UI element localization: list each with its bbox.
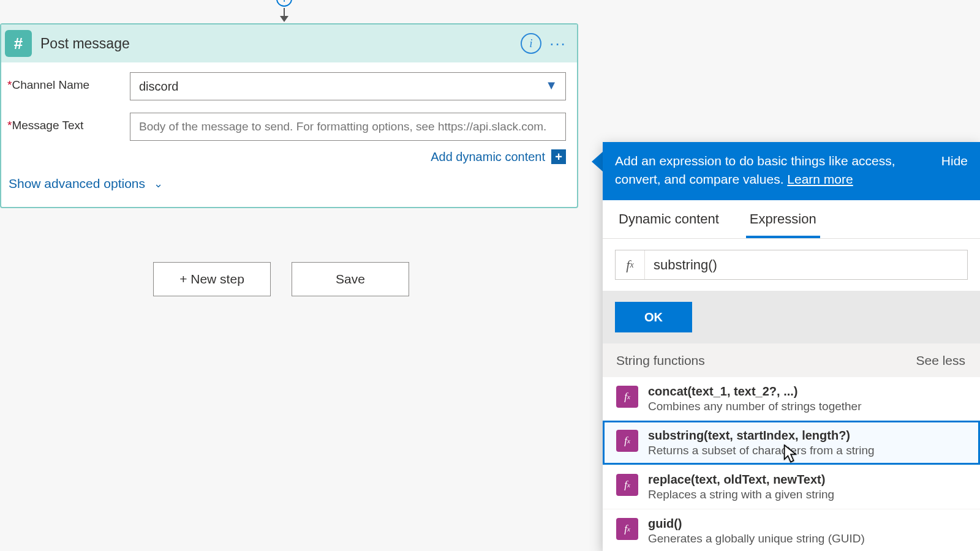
function-description: Returns a subset of characters from a st…: [648, 444, 875, 457]
expression-input[interactable]: [645, 257, 967, 273]
action-card-header[interactable]: # Post message i ···: [1, 24, 577, 62]
function-item[interactable]: fxsubstring(text, startIndex, length?)Re…: [603, 421, 980, 465]
designer-footer-buttons: + New step Save: [153, 262, 409, 296]
flyout-pointer: [592, 152, 603, 171]
new-step-button[interactable]: + New step: [153, 262, 271, 296]
info-icon[interactable]: i: [521, 33, 541, 54]
function-group-header[interactable]: String functions See less: [603, 343, 980, 377]
function-signature: concat(text_1, text_2?, ...): [648, 384, 862, 399]
slack-icon: #: [5, 30, 32, 57]
tab-dynamic-content[interactable]: Dynamic content: [615, 200, 723, 238]
function-item[interactable]: fxreplace(text, oldText, newText)Replace…: [603, 465, 980, 509]
learn-more-link[interactable]: Learn more: [787, 172, 853, 186]
more-icon[interactable]: ···: [548, 33, 568, 54]
fx-icon: fx: [616, 474, 638, 496]
show-advanced-options-label: Show advanced options: [9, 176, 145, 191]
fx-icon: fx: [616, 250, 645, 279]
show-advanced-options-toggle[interactable]: Show advanced options ⌄: [7, 173, 566, 193]
ok-button[interactable]: OK: [615, 302, 692, 332]
function-item[interactable]: fxguid()Generates a globally unique stri…: [603, 509, 980, 551]
hide-flyout-button[interactable]: Hide: [941, 152, 968, 170]
function-description: Combines any number of strings together: [648, 400, 862, 413]
message-text-input[interactable]: [130, 113, 566, 141]
chevron-down-icon: ⌄: [154, 177, 163, 190]
function-group-title: String functions: [616, 353, 705, 368]
channel-name-select[interactable]: [130, 72, 566, 100]
function-signature: substring(text, startIndex, length?): [648, 429, 875, 443]
add-dynamic-content-link[interactable]: Add dynamic content: [431, 150, 545, 164]
function-signature: replace(text, oldText, newText): [648, 473, 834, 487]
function-description: Generates a globally unique string (GUID…: [648, 532, 865, 545]
fx-icon: fx: [616, 518, 638, 540]
message-text-label: *Message Text: [7, 113, 130, 132]
see-less-link[interactable]: See less: [916, 353, 965, 368]
action-card-post-message: # Post message i ··· *Channel Name ▼ *Me…: [0, 23, 578, 208]
add-step-node-icon[interactable]: +: [276, 0, 292, 7]
function-signature: guid(): [648, 517, 865, 531]
action-card-title: Post message: [40, 36, 514, 52]
function-item[interactable]: fxconcat(text_1, text_2?, ...)Combines a…: [603, 377, 980, 421]
function-description: Replaces a string with a given string: [648, 488, 834, 501]
expression-input-row: fx: [615, 250, 968, 280]
flow-connector: +: [266, 0, 303, 22]
function-list: fxconcat(text_1, text_2?, ...)Combines a…: [603, 377, 980, 551]
tab-expression[interactable]: Expression: [746, 200, 820, 238]
dynamic-content-flyout: Add an expression to do basic things lik…: [603, 142, 980, 551]
flyout-banner: Add an expression to do basic things lik…: [603, 142, 980, 200]
save-button[interactable]: Save: [292, 262, 409, 296]
channel-name-label: *Channel Name: [7, 72, 130, 92]
add-dynamic-content-plus-icon[interactable]: +: [551, 149, 566, 164]
fx-icon: fx: [616, 430, 638, 452]
fx-icon: fx: [616, 386, 638, 408]
